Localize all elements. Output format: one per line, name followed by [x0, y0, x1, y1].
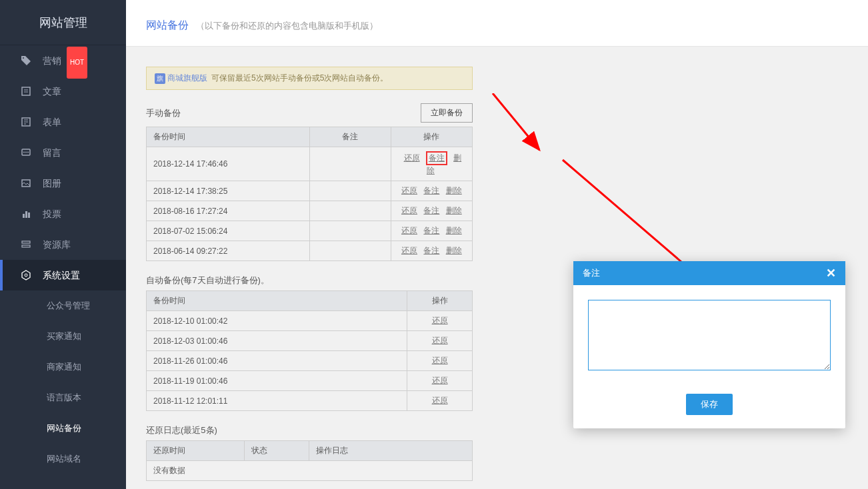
restore-link[interactable]: 还原 [432, 356, 448, 365]
cell-actions: 还原 [407, 311, 473, 331]
sidebar-item-label: 投票 [43, 199, 61, 229]
notice-badge: 旗 商城旗舰版 [155, 73, 207, 84]
form-icon [20, 116, 32, 128]
sidebar-item-language[interactable]: 语言版本 [0, 382, 126, 413]
remark-textarea[interactable] [588, 300, 831, 370]
svg-line-19 [493, 93, 539, 150]
svg-rect-15 [22, 241, 30, 243]
sidebar-item-seller-notice[interactable]: 商家通知 [0, 352, 126, 382]
cell-time: 2018-11-26 01:00:46 [147, 351, 407, 371]
vote-icon [20, 208, 32, 220]
table-row: 2018-11-12 12:01:11还原 [147, 391, 473, 411]
table-row: 2018-06-14 09:27:22还原 备注 删除 [147, 241, 473, 261]
cell-time: 2018-12-03 01:00:46 [147, 331, 407, 351]
modal-header: 备注 ✕ [573, 261, 845, 285]
cell-time: 2018-11-12 12:01:11 [147, 391, 407, 411]
cell-actions: 还原 [407, 391, 473, 411]
sidebar-item-resource[interactable]: 资源库 [0, 229, 126, 260]
message-icon [20, 147, 32, 159]
tag-icon [20, 55, 32, 67]
sidebar-item-message[interactable]: 留言 [0, 137, 126, 168]
cell-time: 2018-08-16 17:27:24 [147, 201, 310, 221]
manual-backup-table: 备份时间 备注 操作 2018-12-14 17:46:46还原 备注 删除20… [146, 127, 473, 261]
sidebar-title: 网站管理 [0, 0, 126, 45]
table-row: 2018-11-26 01:00:46还原 [147, 351, 473, 371]
sidebar-item-label: 系统设置 [43, 260, 80, 290]
sidebar-item-label: 营销 [43, 45, 61, 76]
sidebar-item-domain[interactable]: 网站域名 [0, 444, 126, 474]
remark-link[interactable]: 备注 [426, 151, 447, 165]
delete-link[interactable]: 删除 [446, 206, 462, 215]
col-action: 操作 [407, 291, 473, 311]
hot-badge: HOT [67, 47, 87, 79]
cell-time: 2018-06-14 09:27:22 [147, 241, 310, 261]
svg-rect-13 [25, 211, 27, 218]
svg-rect-14 [28, 213, 30, 218]
col-status: 状态 [244, 441, 309, 461]
sidebar-item-label: 留言 [43, 137, 61, 168]
sidebar-item-label: 图册 [43, 168, 61, 199]
table-row: 2018-11-19 01:00:46还原 [147, 371, 473, 391]
sidebar-item-label: 网站备份 [47, 413, 81, 444]
table-row: 没有数据 [147, 461, 473, 481]
manual-backup-title: 手动备份 [146, 107, 181, 119]
restore-link[interactable]: 还原 [401, 246, 417, 255]
sidebar-item-gallery[interactable]: 图册 [0, 168, 126, 199]
svg-rect-12 [23, 214, 25, 218]
sidebar: 网站管理 HOT 营销 文章 表单 留言 图册 投票 资源库 系统设置 公众号管… [0, 0, 126, 489]
restore-link[interactable]: 还原 [432, 376, 448, 385]
sidebar-item-vote[interactable]: 投票 [0, 199, 126, 229]
sidebar-item-wechat[interactable]: 公众号管理 [0, 290, 126, 321]
svg-point-10 [27, 152, 29, 153]
notice-text: 可保留最近5次网站手动备份或5次网站自动备份。 [211, 73, 388, 84]
sidebar-item-backup[interactable]: 网站备份 [0, 413, 126, 444]
auto-backup-section: 自动备份(每7天自动进行备份)。 备份时间 操作 2018-12-10 01:0… [146, 274, 473, 411]
delete-link[interactable]: 删除 [446, 226, 462, 235]
cell-actions: 还原 备注 删除 [391, 181, 472, 201]
notice-badge-text: 商城旗舰版 [167, 73, 207, 84]
page-title: 网站备份 [146, 19, 189, 33]
sidebar-item-buyer-notice[interactable]: 买家通知 [0, 321, 126, 352]
settings-icon [20, 269, 32, 281]
save-button[interactable]: 保存 [686, 394, 733, 415]
sidebar-item-label: 买家通知 [47, 321, 81, 352]
delete-link[interactable]: 删除 [446, 246, 462, 255]
sidebar-item-settings[interactable]: 系统设置 [0, 260, 126, 290]
table-row: 2018-12-03 01:00:46还原 [147, 331, 473, 351]
cell-remark [309, 147, 391, 181]
sidebar-item-label: 商家通知 [47, 352, 81, 382]
cell-remark [309, 221, 391, 241]
remark-link[interactable]: 备注 [423, 246, 439, 255]
cell-actions: 还原 备注 删除 [391, 221, 472, 241]
cell-time: 2018-12-14 17:38:25 [147, 181, 310, 201]
restore-link[interactable]: 还原 [432, 316, 448, 325]
delete-link[interactable]: 删除 [446, 186, 462, 195]
close-icon[interactable]: ✕ [826, 266, 836, 280]
remark-link[interactable]: 备注 [423, 186, 439, 195]
sidebar-item-article[interactable]: 文章 [0, 76, 126, 107]
svg-rect-16 [22, 245, 30, 247]
table-row: 2018-12-14 17:38:25还原 备注 删除 [147, 181, 473, 201]
cell-actions: 还原 备注 删除 [391, 201, 472, 221]
restore-link[interactable]: 还原 [401, 186, 417, 195]
restore-link[interactable]: 还原 [432, 336, 448, 345]
flag-icon: 旗 [155, 73, 165, 84]
sidebar-item-marketing[interactable]: HOT 营销 [0, 45, 126, 76]
restore-link[interactable]: 还原 [401, 226, 417, 235]
table-row: 2018-12-14 17:46:46还原 备注 删除 [147, 147, 473, 181]
auto-backup-title: 自动备份(每7天自动进行备份)。 [146, 274, 269, 286]
remark-link[interactable]: 备注 [423, 226, 439, 235]
restore-link[interactable]: 还原 [401, 206, 417, 215]
sidebar-item-label: 资源库 [43, 229, 71, 260]
backup-now-button[interactable]: 立即备份 [421, 103, 473, 123]
restore-link[interactable]: 还原 [432, 396, 448, 405]
restore-link[interactable]: 还原 [404, 153, 420, 163]
page-header: 网站备份 （以下备份和还原的内容包含电脑版和手机版） [126, 0, 868, 47]
cell-time: 2018-12-14 17:46:46 [147, 147, 310, 181]
sidebar-item-form[interactable]: 表单 [0, 107, 126, 137]
sidebar-item-label: 语言版本 [47, 382, 81, 413]
sidebar-item-label: 表单 [43, 107, 61, 137]
modal-title: 备注 [583, 267, 600, 279]
remark-link[interactable]: 备注 [423, 206, 439, 215]
cell-remark [309, 201, 391, 221]
